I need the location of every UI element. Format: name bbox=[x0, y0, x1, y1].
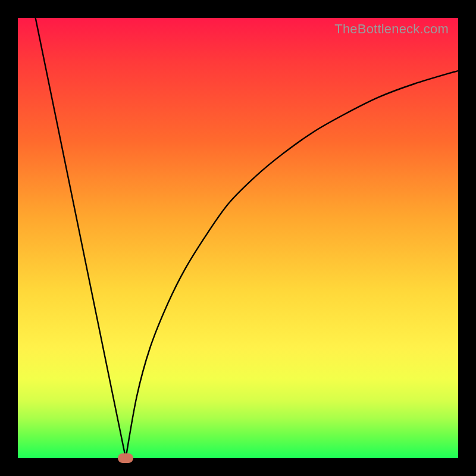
bottleneck-curve-right bbox=[126, 71, 458, 458]
bottleneck-marker bbox=[118, 453, 133, 463]
chart-frame: TheBottleneck.com bbox=[0, 0, 476, 476]
plot-area: TheBottleneck.com bbox=[18, 18, 458, 458]
curve-svg bbox=[18, 18, 458, 458]
bottleneck-curve-left bbox=[36, 18, 126, 458]
